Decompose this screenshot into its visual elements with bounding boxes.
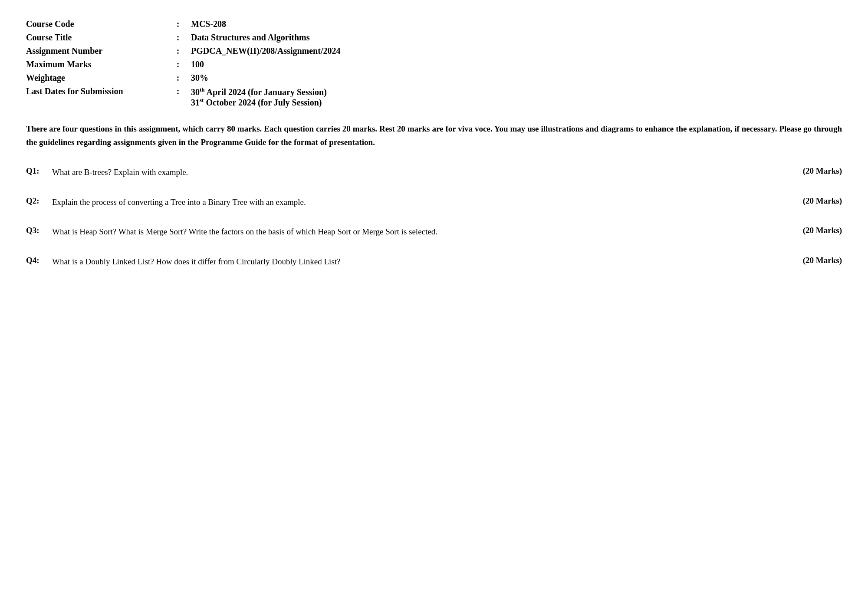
q4-text: What is a Doubly Linked List? How does i… <box>52 256 794 268</box>
course-code-row: Course Code : MCS-208 <box>26 17 842 31</box>
max-marks-value: 100 <box>191 58 842 71</box>
q2-label: Q2: <box>26 196 52 206</box>
question-4-row: Q4: What is a Doubly Linked List? How do… <box>26 256 842 268</box>
last-date-1: 30th April 2024 (for January Session) <box>191 87 327 97</box>
max-marks-colon: : <box>165 58 191 71</box>
last-date-2-prefix: 31 <box>191 98 200 107</box>
last-dates-row: Last Dates for Submission : 30th April 2… <box>26 85 842 109</box>
last-dates-value: 30th April 2024 (for January Session) 31… <box>191 85 842 109</box>
course-title-value: Data Structures and Algorithms <box>191 31 842 44</box>
q3-marks: (20 Marks) <box>803 226 842 235</box>
last-date-1-sup: th <box>200 86 205 93</box>
assignment-number-row: Assignment Number : PGDCA_NEW(II)/208/As… <box>26 44 842 58</box>
course-info-table: Course Code : MCS-208 Course Title : Dat… <box>26 17 842 109</box>
course-code-value: MCS-208 <box>191 17 842 31</box>
course-title-colon: : <box>165 31 191 44</box>
max-marks-row: Maximum Marks : 100 <box>26 58 842 71</box>
course-code-colon: : <box>165 17 191 31</box>
course-code-label: Course Code <box>26 17 165 31</box>
q3-text: What is Heap Sort? What is Merge Sort? W… <box>52 226 794 238</box>
assignment-number-value: PGDCA_NEW(II)/208/Assignment/2024 <box>191 44 842 58</box>
q4-marks: (20 Marks) <box>803 256 842 265</box>
question-3-row: Q3: What is Heap Sort? What is Merge Sor… <box>26 226 842 238</box>
last-date-2-sup: st <box>200 97 204 104</box>
last-date-1-suffix: April 2024 (for January Session) <box>206 87 326 97</box>
weightage-label: Weightage <box>26 71 165 85</box>
last-date-2: 31st October 2024 (for July Session) <box>191 98 322 107</box>
question-2-row: Q2: Explain the process of converting a … <box>26 196 842 209</box>
q1-marks: (20 Marks) <box>803 166 842 176</box>
last-dates-label: Last Dates for Submission <box>26 85 165 109</box>
intro-paragraph: There are four questions in this assignm… <box>26 122 842 149</box>
weightage-value: 30% <box>191 71 842 85</box>
last-date-1-prefix: 30 <box>191 87 200 97</box>
questions-section: Q1: What are B-trees? Explain with examp… <box>26 166 842 268</box>
weightage-row: Weightage : 30% <box>26 71 842 85</box>
q4-label: Q4: <box>26 256 52 265</box>
weightage-colon: : <box>165 71 191 85</box>
q1-text: What are B-trees? Explain with example. <box>52 166 794 179</box>
last-dates-colon: : <box>165 85 191 109</box>
q2-marks: (20 Marks) <box>803 196 842 206</box>
assignment-number-colon: : <box>165 44 191 58</box>
max-marks-label: Maximum Marks <box>26 58 165 71</box>
q1-label: Q1: <box>26 166 52 176</box>
course-title-row: Course Title : Data Structures and Algor… <box>26 31 842 44</box>
q3-label: Q3: <box>26 226 52 235</box>
q2-text: Explain the process of converting a Tree… <box>52 196 794 209</box>
course-title-label: Course Title <box>26 31 165 44</box>
assignment-number-label: Assignment Number <box>26 44 165 58</box>
last-date-2-suffix: October 2024 (for July Session) <box>206 98 322 107</box>
question-1-row: Q1: What are B-trees? Explain with examp… <box>26 166 842 179</box>
